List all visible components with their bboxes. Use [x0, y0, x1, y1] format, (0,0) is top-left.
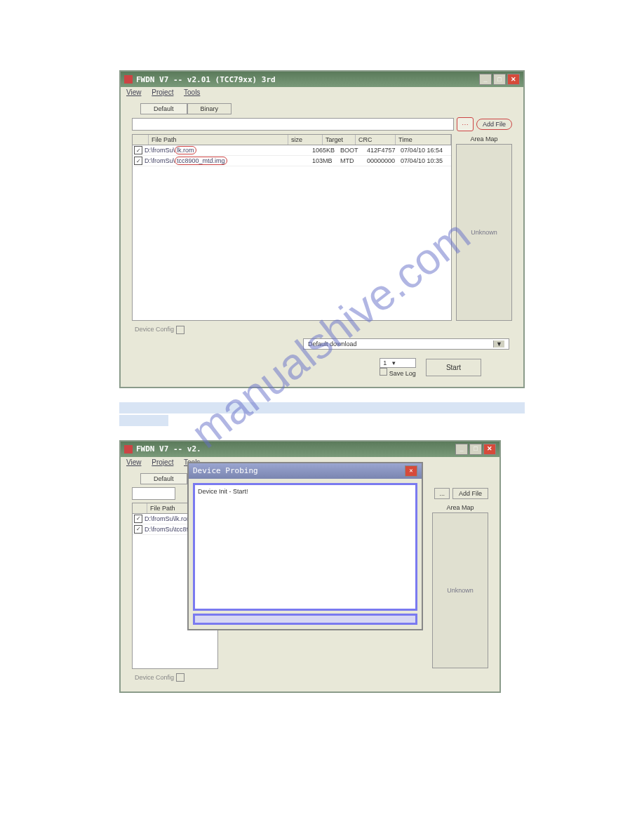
area-map-body: Unknown	[456, 144, 512, 321]
device-probing-dialog: Device Probing ✕ Device Init - Start!	[187, 462, 423, 630]
device-config-label: Device Config	[135, 674, 185, 681]
col-filepath[interactable]: File Path	[149, 135, 288, 145]
dialog-progress-bar	[193, 614, 417, 625]
close-button[interactable]: ✕	[507, 74, 520, 85]
titlebar[interactable]: FWDN V7 -- v2. _ □ ✕	[121, 442, 499, 457]
device-config-label: Device Config	[135, 326, 185, 333]
fwdn-window-a: FWDN V7 -- v2.01 (TCC79xx) 3rd _ □ ✕ Vie…	[119, 70, 525, 388]
app-icon	[124, 75, 133, 84]
highlight-mtdimg: tcc8900_mtd.img	[175, 157, 227, 165]
dialog-log-box: Device Init - Start!	[193, 483, 417, 611]
browse-button[interactable]: ...	[434, 488, 450, 499]
menu-project[interactable]: Project	[152, 458, 173, 466]
tab-strip: Default Binary	[126, 103, 518, 114]
tab-default[interactable]: Default	[140, 473, 187, 484]
file-table: File Path size Target CRC Time ✓ D:\from…	[132, 134, 452, 321]
highlight-lkrom: lk.rom	[175, 146, 196, 154]
browse-button[interactable]: ⋯	[457, 117, 474, 131]
col-time[interactable]: Time	[396, 135, 451, 145]
maximize-button[interactable]: □	[469, 444, 482, 455]
col-crc[interactable]: CRC	[356, 135, 396, 145]
close-button[interactable]: ✕	[483, 444, 496, 455]
maximize-button[interactable]: □	[493, 74, 506, 85]
area-map-body: Unknown	[432, 512, 488, 668]
save-log-checkbox[interactable]	[380, 368, 387, 376]
row-checkbox[interactable]: ✓	[134, 157, 142, 165]
col-target[interactable]: Target	[323, 135, 356, 145]
device-config-checkbox[interactable]	[176, 673, 185, 682]
menu-project[interactable]: Project	[152, 88, 173, 96]
chevron-down-icon: ▾	[392, 359, 396, 366]
area-map-title: Area Map	[456, 134, 512, 144]
path-input[interactable]	[132, 118, 454, 131]
download-mode-select[interactable]: Default download▼	[303, 338, 509, 350]
device-config-checkbox[interactable]	[176, 326, 185, 334]
dialog-titlebar[interactable]: Device Probing ✕	[189, 463, 422, 479]
row-checkbox[interactable]: ✓	[134, 525, 142, 534]
add-file-button[interactable]: Add File	[476, 119, 512, 130]
add-file-button[interactable]: Add File	[452, 488, 488, 499]
area-map-title: Area Map	[432, 503, 488, 512]
titlebar[interactable]: FWDN V7 -- v2.01 (TCC79xx) 3rd _ □ ✕	[121, 72, 523, 87]
menu-tools[interactable]: Tools	[184, 88, 200, 96]
menubar: View Project Tools	[121, 87, 523, 98]
minimize-button[interactable]: _	[479, 74, 492, 85]
count-spinner[interactable]: 1▾	[380, 358, 416, 368]
chevron-down-icon: ▼	[493, 340, 504, 348]
app-icon	[124, 445, 133, 454]
tab-binary[interactable]: Binary	[187, 103, 232, 114]
table-row[interactable]: ✓ D:\fromSu\tcc8900_mtd.img 103MB MTD 00…	[133, 156, 451, 166]
fwdn-window-b: FWDN V7 -- v2. _ □ ✕ View Project Tools …	[119, 440, 501, 694]
dialog-close-button[interactable]: ✕	[405, 465, 417, 477]
table-row[interactable]: ✓ D:\fromSu\lk.rom 1065KB BOOT 412F4757 …	[133, 145, 451, 156]
window-title: FWDN V7 -- v2.	[136, 444, 455, 454]
path-input[interactable]	[132, 487, 175, 500]
minimize-button[interactable]: _	[455, 444, 468, 455]
tab-default[interactable]: Default	[140, 103, 187, 114]
menu-view[interactable]: View	[126, 458, 142, 466]
row-checkbox[interactable]: ✓	[134, 146, 142, 154]
caption-bar-short	[119, 415, 168, 426]
dialog-title: Device Probing	[193, 466, 405, 475]
area-map-panel: Area Map Unknown	[456, 134, 512, 321]
start-button[interactable]: Start	[426, 359, 481, 376]
window-title: FWDN V7 -- v2.01 (TCC79xx) 3rd	[136, 75, 479, 84]
area-map-panel: Area Map Unknown	[432, 503, 488, 669]
caption-bar	[119, 402, 525, 413]
menu-view[interactable]: View	[126, 88, 142, 96]
row-checkbox[interactable]: ✓	[134, 515, 142, 523]
col-size[interactable]: size	[288, 135, 323, 145]
